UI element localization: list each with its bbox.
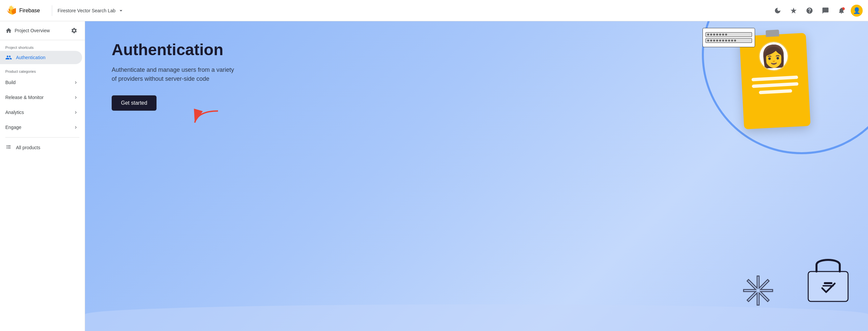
login-dot	[728, 39, 730, 41]
engage-label: Engage	[5, 125, 21, 130]
login-dot	[722, 39, 724, 41]
login-form-username-row	[706, 32, 752, 37]
notifications-button[interactable]	[835, 4, 848, 17]
sidebar-category-build[interactable]: Build ›	[0, 75, 82, 90]
firebase-logo: Firebase	[5, 5, 40, 16]
snowflake-decoration: ✳	[741, 271, 775, 311]
id-card-clip	[766, 30, 779, 37]
engage-chevron-icon: ›	[75, 124, 77, 130]
id-card-line-2	[752, 82, 798, 88]
avatar-emoji: 👤	[853, 7, 860, 14]
people-icon	[5, 54, 12, 61]
login-dot	[734, 39, 736, 41]
build-chevron-icon: ›	[75, 79, 77, 86]
build-label: Build	[5, 80, 16, 85]
login-dot	[731, 39, 733, 41]
project-shortcuts-label: Project shortcuts	[0, 40, 85, 51]
bell-icon	[838, 7, 845, 14]
firebase-flame-icon	[5, 5, 16, 16]
login-dot	[710, 39, 712, 41]
login-dot	[716, 39, 718, 41]
login-form-password-row	[706, 38, 752, 43]
app-body: Project Overview Project shortcuts Authe…	[0, 21, 868, 331]
login-dot	[722, 34, 724, 35]
moon-icon	[774, 7, 781, 14]
login-dot	[707, 34, 709, 35]
main-content: Authentication Authenticate and manage u…	[85, 21, 868, 331]
login-dot	[719, 39, 721, 41]
login-dot	[713, 34, 715, 35]
login-dot	[725, 39, 727, 41]
main-text-area: Authentication Authenticate and manage u…	[112, 41, 238, 111]
id-card-avatar: 👩	[758, 40, 789, 72]
avatar-face-icon: 👩	[760, 43, 787, 69]
red-arrow-icon	[191, 108, 221, 128]
login-dot	[719, 34, 721, 35]
login-dot	[710, 34, 712, 35]
project-name: Firestore Vector Search Lab	[58, 8, 115, 13]
login-dot	[725, 34, 727, 35]
page-description: Authenticate and manage users from a var…	[112, 65, 238, 83]
dropdown-arrow-icon	[118, 7, 124, 14]
project-selector[interactable]: Firestore Vector Search Lab	[58, 7, 124, 14]
login-form-illustration	[703, 28, 755, 47]
login-dot	[716, 34, 718, 35]
sidebar: Project Overview Project shortcuts Authe…	[0, 21, 85, 331]
product-categories-label: Product categories	[0, 64, 85, 75]
release-monitor-label: Release & Monitor	[5, 95, 43, 100]
topbar-actions: 👤	[771, 4, 863, 17]
page-title: Authentication	[112, 41, 238, 59]
user-avatar[interactable]: 👤	[851, 5, 863, 17]
chat-icon	[822, 7, 829, 14]
analytics-chevron-icon: ›	[75, 109, 77, 116]
topbar: Firebase Firestore Vector Search Lab 👤	[0, 0, 868, 21]
firebase-logo-text: Firebase	[19, 8, 40, 13]
sparkle-button[interactable]	[787, 4, 800, 17]
login-dot	[707, 39, 709, 41]
grid-icon	[5, 144, 12, 151]
sidebar-category-release-monitor[interactable]: Release & Monitor ›	[0, 90, 82, 105]
get-started-button[interactable]: Get started	[112, 95, 157, 111]
project-overview-label: Project Overview	[14, 28, 50, 33]
sidebar-item-authentication[interactable]: Authentication	[0, 51, 82, 64]
lock-icon	[805, 250, 851, 303]
all-products-label: All products	[16, 145, 40, 150]
id-card-line-1	[751, 76, 798, 81]
lock-illustration	[805, 250, 851, 304]
help-icon	[806, 7, 813, 14]
sidebar-category-engage[interactable]: Engage ›	[0, 120, 82, 134]
gear-icon	[71, 27, 78, 34]
project-overview-row: Project Overview	[0, 21, 85, 40]
all-products-link[interactable]: All products	[0, 140, 85, 155]
chat-button[interactable]	[819, 4, 832, 17]
dark-mode-button[interactable]	[771, 4, 784, 17]
sidebar-category-analytics[interactable]: Analytics ›	[0, 105, 82, 120]
release-monitor-chevron-icon: ›	[75, 94, 77, 101]
project-overview-link[interactable]: Project Overview	[5, 27, 66, 34]
login-dot	[713, 39, 715, 41]
authentication-label: Authentication	[16, 55, 45, 60]
settings-button[interactable]	[69, 25, 80, 36]
sparkle-icon	[790, 7, 797, 14]
sidebar-divider	[5, 137, 80, 138]
help-button[interactable]	[803, 4, 816, 17]
id-card-illustration: 👩	[739, 33, 810, 129]
id-card-line-3	[759, 89, 792, 94]
topbar-divider	[52, 5, 52, 16]
arrow-indicator	[191, 108, 221, 131]
analytics-label: Analytics	[5, 110, 24, 115]
home-icon	[5, 27, 12, 34]
